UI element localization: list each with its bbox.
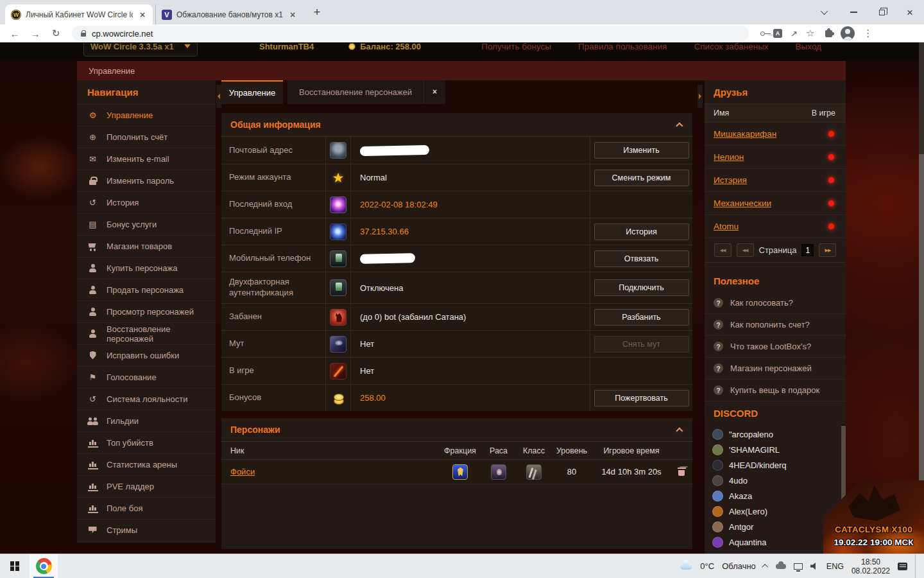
rightbar-collapse-handle[interactable] [697, 85, 703, 108]
sidebar-collapse-handle[interactable] [216, 85, 221, 108]
useful-link[interactable]: ?Как пополнить счет? [705, 314, 846, 336]
browser-tab-forum[interactable]: Обжалование банов/мутов x1 - × [155, 4, 303, 24]
row-action-button[interactable]: Разбанить [594, 309, 689, 326]
back-icon[interactable]: ← [6, 28, 23, 39]
profile-avatar[interactable] [841, 26, 855, 40]
info-row-label: Последний IP [221, 218, 326, 245]
window-restore-button[interactable] [868, 2, 896, 22]
discord-member-row[interactable]: 'SHAMAGIRL [705, 442, 846, 457]
taskbar-chrome-button[interactable] [30, 554, 58, 578]
header-link-banlist[interactable]: Список забаненых [694, 42, 768, 51]
discord-member-row[interactable]: "arcopaleno [705, 426, 846, 442]
onedrive-icon[interactable] [776, 564, 786, 569]
sidebar-item[interactable]: Изменить пароль [77, 170, 216, 191]
weather-temp[interactable]: 0°C [700, 561, 714, 571]
tray-expand-icon[interactable] [762, 564, 768, 570]
sidebar-item[interactable]: Восстановление персонажей [77, 322, 216, 344]
tab-search-icon[interactable] [811, 2, 839, 22]
sidebar-item[interactable]: ⊕Пополнить счёт [77, 126, 216, 148]
browser-tab-current[interactable]: Личный Кабинет WoW Circle log × [5, 4, 153, 24]
sidebar-item[interactable]: Стримы [77, 519, 216, 541]
browser-menu-icon[interactable]: ⋮ [863, 28, 873, 39]
header-link-rules[interactable]: Правила пользования [578, 42, 667, 51]
discord-member-row[interactable]: 4HEAD/kinderq [705, 457, 846, 473]
tab-char-restore[interactable]: Восстановление персонажей × [287, 80, 445, 104]
discord-member-row[interactable]: Alex(Lero) [705, 504, 846, 519]
header-link-bonuses[interactable]: Получить бонусы [481, 42, 551, 51]
chart-icon [87, 504, 98, 513]
new-tab-button[interactable]: + [308, 4, 326, 22]
collapse-chevron-icon[interactable] [676, 122, 683, 129]
useful-link[interactable]: ?Магазин персонажей [705, 358, 846, 380]
useful-link[interactable]: ?Как голосовать? [705, 292, 846, 314]
translate-icon[interactable]: A [773, 29, 782, 38]
collapse-chevron-icon[interactable] [676, 427, 683, 434]
sidebar-item[interactable]: ▤Бонус услуги [77, 213, 216, 235]
window-minimize-button[interactable] [839, 2, 868, 22]
forward-icon[interactable]: → [27, 28, 44, 39]
next-page-button[interactable] [819, 243, 836, 257]
friend-link[interactable]: Atomu [714, 222, 739, 231]
tab-management[interactable]: Управление [221, 80, 283, 104]
share-icon[interactable]: ↗ [791, 29, 798, 39]
discord-member-row[interactable]: Akaza [705, 488, 846, 504]
useful-link[interactable]: ?Что такое LootBox's? [705, 336, 846, 358]
useful-link[interactable]: ?Купить вещь в подарок [705, 380, 846, 401]
page-scrollbar[interactable] [919, 42, 924, 554]
sidebar-item[interactable]: Продать персонажа [77, 279, 216, 301]
lock-icon [81, 33, 86, 37]
language-indicator[interactable]: ENG [826, 562, 844, 571]
sidebar-item[interactable]: Статистика арены [77, 453, 216, 475]
delete-character-trash-icon[interactable] [678, 468, 685, 476]
sidebar-item[interactable]: ⚑Голосование [77, 366, 216, 388]
sidebar-item[interactable]: Просмотр персонажей [77, 301, 216, 322]
first-page-button[interactable] [714, 243, 732, 257]
header-link-logout[interactable]: Выход [796, 42, 821, 51]
start-button[interactable] [0, 554, 30, 578]
page-number-input[interactable]: 1 [801, 244, 814, 256]
network-icon[interactable] [794, 563, 803, 570]
discord-member-row[interactable]: 4udo [705, 473, 846, 488]
weather-cloud-icon[interactable] [680, 563, 692, 570]
friend-link[interactable]: Механическии [714, 198, 771, 208]
prev-page-button[interactable] [737, 243, 754, 257]
row-action-button[interactable]: Отвязать [594, 250, 689, 267]
row-action-button[interactable]: Подключить [594, 279, 689, 296]
page-scrollbar-thumb[interactable] [919, 154, 924, 488]
sidebar-item[interactable]: ↺История [77, 191, 216, 213]
sidebar-item[interactable]: Исправить ошибки [77, 344, 216, 366]
sidebar-item[interactable]: Гильдии [77, 410, 216, 432]
action-center-icon[interactable] [898, 563, 907, 570]
weather-desc[interactable]: Облачно [722, 561, 756, 571]
tab-close-icon[interactable]: × [424, 80, 445, 104]
show-desktop-button[interactable] [915, 554, 918, 578]
sidebar-item[interactable]: Купить персонажа [77, 257, 216, 279]
bookmark-star-icon[interactable]: ☆ [806, 28, 814, 39]
sidebar-item[interactable]: Топ убийств [77, 432, 216, 453]
sidebar-item[interactable]: ↺Система лояльности [77, 388, 216, 410]
row-action-button[interactable]: Изменить [594, 142, 689, 159]
friend-link[interactable]: Нелион [714, 152, 744, 162]
address-bar[interactable]: cp.wowcircle.net [72, 26, 749, 41]
sidebar-item[interactable]: Магазин товаров [77, 235, 216, 257]
tab-close-icon[interactable]: × [287, 10, 298, 20]
realm-select[interactable]: WoW Circle 3.3.5a x1 [83, 42, 198, 57]
password-key-icon[interactable] [760, 31, 765, 36]
window-close-button[interactable]: × [896, 2, 924, 22]
row-action-button[interactable]: Пожертвовать [594, 390, 689, 407]
character-link[interactable]: Фойси [230, 467, 440, 477]
extensions-puzzle-icon[interactable] [825, 30, 832, 37]
sidebar-item[interactable]: Поле боя [77, 497, 216, 519]
wow-favicon [11, 10, 21, 20]
sidebar-item[interactable]: ⚙Управление [77, 104, 216, 126]
reload-icon[interactable]: ↻ [47, 28, 64, 39]
volume-icon[interactable] [810, 563, 819, 570]
friend-link[interactable]: Мишкакарифан [714, 129, 776, 139]
tab-close-icon[interactable]: × [137, 10, 148, 20]
taskbar-clock[interactable]: 18:50 08.02.2022 [851, 557, 890, 575]
row-action-button[interactable]: История [594, 223, 689, 240]
sidebar-item[interactable]: ✉Изменить e-mail [77, 148, 216, 170]
friend-link[interactable]: Истэрия [714, 175, 747, 185]
row-action-button[interactable]: Сменить режим [594, 170, 689, 186]
sidebar-item[interactable]: PVE ладдер [77, 475, 216, 497]
